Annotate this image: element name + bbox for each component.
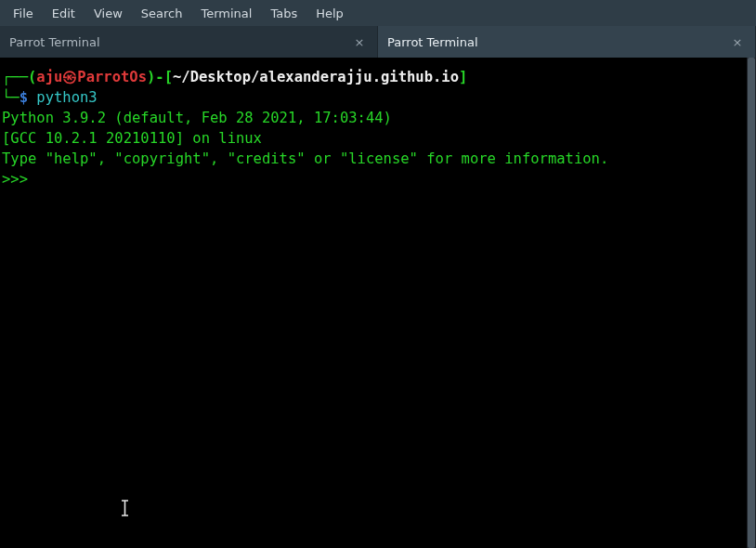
prompt-path: ~/Desktop/alexanderajju.github.io bbox=[173, 69, 459, 85]
terminal-scrollbar[interactable] bbox=[747, 58, 756, 548]
prompt-command: python3 bbox=[36, 89, 97, 106]
prompt-border-bottom: └─ bbox=[2, 89, 20, 106]
scrollbar-thumb[interactable] bbox=[748, 58, 755, 548]
prompt-sep-icon: ㉿ bbox=[62, 69, 77, 85]
menu-view[interactable]: View bbox=[85, 3, 132, 24]
prompt-dash: - bbox=[155, 69, 163, 85]
terminal-viewport[interactable]: ┌──(aju㉿ParrotOs)-[~/Desktop/alexanderaj… bbox=[0, 58, 747, 548]
menu-tabs[interactable]: Tabs bbox=[261, 3, 306, 24]
menu-terminal[interactable]: Terminal bbox=[191, 3, 261, 24]
tab-1-close-icon[interactable]: × bbox=[729, 33, 746, 50]
prompt-lbrack: [ bbox=[164, 69, 173, 85]
menu-search[interactable]: Search bbox=[132, 3, 192, 24]
tabbar: Parrot Terminal × Parrot Terminal × bbox=[0, 26, 756, 58]
tab-1[interactable]: Parrot Terminal × bbox=[378, 26, 756, 58]
menu-file[interactable]: File bbox=[4, 3, 43, 24]
tab-0[interactable]: Parrot Terminal × bbox=[0, 26, 378, 58]
prompt-lparen: ( bbox=[28, 69, 36, 85]
output-line-3: Type "help", "copyright", "credits" or "… bbox=[2, 150, 608, 167]
prompt-border-top: ┌── bbox=[2, 69, 28, 85]
tab-0-title: Parrot Terminal bbox=[9, 35, 100, 49]
terminal-window: File Edit View Search Terminal Tabs Help… bbox=[0, 0, 756, 548]
prompt-user: aju bbox=[36, 69, 62, 85]
menubar: File Edit View Search Terminal Tabs Help bbox=[0, 0, 756, 26]
tab-0-close-icon[interactable]: × bbox=[351, 33, 368, 50]
output-line-1: Python 3.9.2 (default, Feb 28 2021, 17:0… bbox=[2, 110, 400, 126]
prompt-rbrack: ] bbox=[459, 69, 467, 85]
prompt-rparen: ) bbox=[147, 69, 155, 85]
prompt-host: ParrotOs bbox=[77, 69, 147, 85]
repl-prompt: >>> bbox=[2, 171, 36, 188]
menu-help[interactable]: Help bbox=[306, 3, 353, 24]
tab-1-title: Parrot Terminal bbox=[387, 35, 478, 49]
terminal-wrap: ┌──(aju㉿ParrotOs)-[~/Desktop/alexanderaj… bbox=[0, 58, 756, 548]
prompt-char: $ bbox=[20, 89, 28, 106]
menu-edit[interactable]: Edit bbox=[43, 3, 85, 24]
output-line-2: [GCC 10.2.1 20210110] on linux bbox=[2, 130, 262, 147]
